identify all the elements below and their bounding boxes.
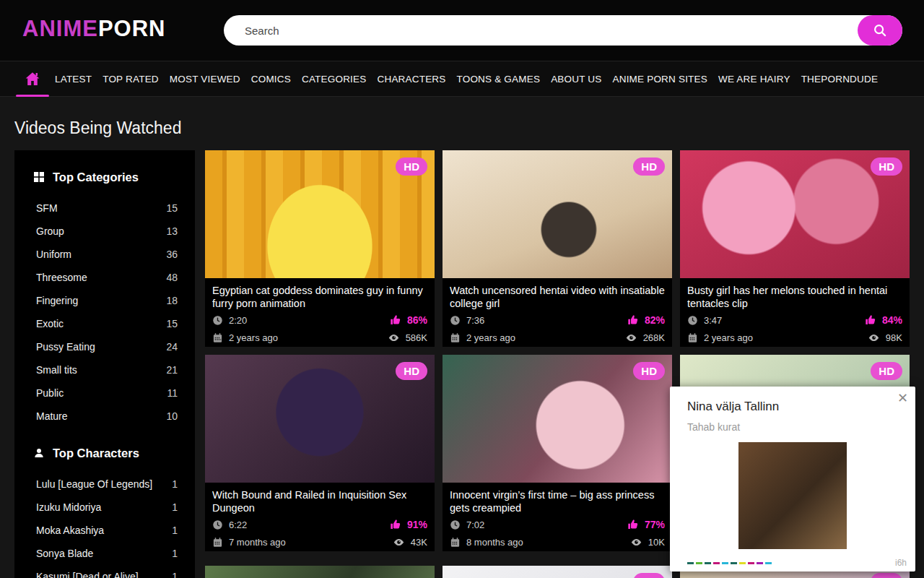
nav-item-about-us[interactable]: ABOUT US	[546, 74, 606, 85]
video-thumbnail[interactable]: HD	[205, 150, 435, 278]
video-thumbnail[interactable]: HD	[680, 150, 910, 278]
video-thumbnail[interactable]: HD	[443, 566, 672, 578]
nav-item-comics[interactable]: COMICS	[246, 74, 296, 85]
video-title[interactable]: Busty girl has her melons touched in hen…	[687, 284, 902, 311]
category-item-uniform[interactable]: Uniform36	[27, 243, 182, 266]
video-duration-group: 2:20	[212, 315, 247, 326]
nav-item-most-viewed[interactable]: MOST VIEWED	[165, 74, 245, 85]
site-logo[interactable]: ANIMEPORN	[22, 16, 165, 42]
category-item-threesome[interactable]: Threesome48	[27, 266, 182, 289]
video-rating: 84%	[882, 314, 902, 326]
video-rating: 86%	[407, 314, 427, 326]
thumbs-up-icon	[390, 314, 401, 326]
calendar-icon	[450, 332, 461, 343]
nav-item-toons-games[interactable]: TOONS & GAMES	[452, 74, 546, 85]
video-rating-group[interactable]: 91%	[390, 519, 427, 530]
sidebar: Top Categories SFM15 Group13 Uniform36 T…	[14, 150, 195, 578]
category-item-group[interactable]: Group13	[27, 220, 182, 243]
nav-item-latest[interactable]: LATEST	[50, 74, 97, 85]
nav-item-we-are-hairy[interactable]: WE ARE HAIRY	[713, 74, 796, 85]
eye-icon	[868, 332, 880, 344]
page-root: ANIMEPORN LATEST TOP RATED MOST VIEWED C…	[0, 0, 924, 578]
hd-badge: HD	[633, 573, 665, 578]
search-button[interactable]	[858, 15, 902, 46]
video-views: 43K	[411, 537, 427, 548]
thumbs-up-icon	[627, 519, 639, 530]
grid-icon	[33, 171, 45, 183]
video-duration-group: 3:47	[687, 315, 722, 326]
video-age: 7 months ago	[229, 537, 286, 548]
video-info: Busty girl has her melons touched in hen…	[680, 278, 910, 345]
video-title[interactable]: Egyptian cat goddess dominates guy in fu…	[212, 284, 427, 311]
video-age-group: 2 years ago	[450, 332, 515, 343]
video-info: Witch Bound and Railed in Inquisition Se…	[205, 483, 435, 550]
category-item-pussy-eating[interactable]: Pussy Eating24	[27, 335, 182, 358]
nav-item-top-rated[interactable]: TOP RATED	[97, 74, 164, 85]
logo-text-primary: ANIME	[22, 16, 98, 41]
video-title[interactable]: Witch Bound and Railed in Inquisition Se…	[212, 488, 427, 515]
video-info: Watch uncensored hentai video with insat…	[443, 278, 672, 345]
category-item-small-tits[interactable]: Small tits21	[27, 358, 182, 381]
nav-item-anime-porn-sites[interactable]: ANIME PORN SITES	[608, 74, 712, 85]
video-title[interactable]: Innocent virgin’s first time – big ass p…	[450, 488, 665, 515]
hd-badge: HD	[633, 362, 665, 380]
clock-icon	[212, 315, 223, 326]
hd-badge: HD	[633, 158, 665, 176]
top-characters-title: Top Characters	[53, 447, 139, 460]
character-item-izuku-midoriya[interactable]: Izuku Midoriya1	[27, 496, 182, 519]
page-title: Videos Being Watched	[14, 118, 181, 138]
category-item-fingering[interactable]: Fingering18	[27, 289, 182, 312]
calendar-icon	[212, 332, 223, 343]
video-views-group: 43K	[393, 536, 427, 548]
video-card-5[interactable]: HD Innocent virgin’s first time – big as…	[443, 355, 672, 551]
video-card-2[interactable]: HD Watch uncensored hentai video with in…	[443, 150, 672, 347]
video-card-4[interactable]: HD Witch Bound and Railed in Inquisition…	[205, 355, 435, 551]
video-age: 8 months ago	[466, 537, 523, 548]
search-icon	[872, 22, 888, 38]
character-item-sonya-blade[interactable]: Sonya Blade1	[27, 542, 182, 565]
video-rating: 91%	[407, 519, 427, 530]
video-duration: 6:22	[229, 519, 247, 530]
character-item-kasumi[interactable]: Kasumi [Dead or Alive]1	[27, 565, 182, 578]
video-title[interactable]: Watch uncensored hentai video with insat…	[450, 284, 665, 311]
nav-item-theporndude[interactable]: THEPORNDUDE	[796, 74, 883, 85]
video-views-group: 98K	[868, 332, 902, 344]
close-icon[interactable]: ✕	[897, 391, 908, 405]
clock-icon	[450, 315, 461, 326]
calendar-icon	[450, 537, 461, 548]
video-rating-group[interactable]: 86%	[390, 314, 427, 326]
search-input[interactable]	[224, 15, 902, 46]
video-rating-group[interactable]: 82%	[627, 314, 665, 326]
category-item-exotic[interactable]: Exotic15	[27, 312, 182, 335]
video-duration-group: 6:22	[212, 519, 247, 530]
video-thumbnail[interactable]: HD	[205, 355, 435, 483]
character-item-moka-akashiya[interactable]: Moka Akashiya1	[27, 519, 182, 542]
calendar-icon	[687, 332, 698, 343]
popup-photo[interactable]	[738, 442, 847, 549]
nav-item-categories[interactable]: CATEGORIES	[297, 74, 372, 85]
nav-home[interactable]	[16, 61, 49, 97]
nav-item-characters[interactable]: CHARACTERS	[372, 74, 450, 85]
video-card-1[interactable]: HD Egyptian cat goddess dominates guy in…	[205, 150, 435, 347]
video-card-3[interactable]: HD Busty girl has her melons touched in …	[680, 150, 910, 347]
video-views: 268K	[643, 332, 665, 343]
hd-badge: HD	[871, 158, 902, 176]
video-thumbnail[interactable]: HD	[443, 355, 672, 483]
video-thumbnail[interactable]	[205, 566, 435, 578]
category-item-mature[interactable]: Mature10	[27, 405, 182, 428]
hd-badge: HD	[396, 362, 427, 380]
character-item-lulu[interactable]: Lulu [League Of Legends]1	[27, 473, 182, 496]
clock-icon	[212, 519, 223, 530]
video-thumbnail[interactable]: HD	[443, 150, 672, 278]
video-info: Egyptian cat goddess dominates guy in fu…	[205, 278, 435, 345]
character-list: Lulu [League Of Legends]1 Izuku Midoriya…	[27, 473, 182, 578]
category-item-public[interactable]: Public11	[27, 381, 182, 405]
video-views-group: 10K	[630, 536, 665, 548]
video-rating: 77%	[645, 519, 665, 530]
hd-badge: HD	[396, 158, 427, 176]
category-item-sfm[interactable]: SFM15	[27, 197, 182, 220]
category-list: SFM15 Group13 Uniform36 Threesome48 Fing…	[27, 197, 182, 428]
video-rating-group[interactable]: 84%	[865, 314, 902, 326]
video-rating-group[interactable]: 77%	[627, 519, 665, 530]
thumbs-up-icon	[627, 314, 639, 326]
